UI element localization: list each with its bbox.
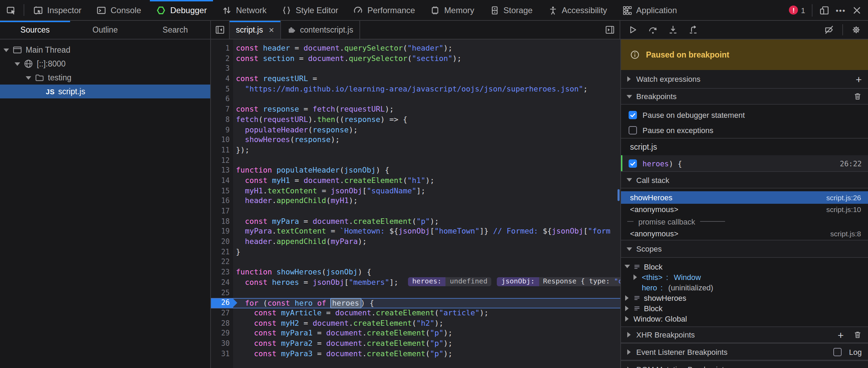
step-out-button[interactable] [688,24,699,35]
call-stack-frame[interactable]: <anonymous>script.js:8 [621,228,868,240]
line-number[interactable]: 8 [211,115,233,125]
step-over-button[interactable] [647,24,658,35]
breakpoint-item[interactable]: heroes) { 26:22 [621,155,868,171]
inline-preview-pill[interactable]: jsonObj:Response { type: "co [497,278,620,287]
line-number[interactable]: 26 [211,299,233,307]
code-line[interactable]: 20 header.appendChild(myPara); [211,237,620,247]
line-number[interactable]: 17 [211,207,233,217]
code-line[interactable]: 3 [211,64,620,74]
line-number[interactable]: 20 [211,237,233,247]
editor-scrollbar-thumb[interactable] [618,189,620,201]
resume-button[interactable] [627,24,638,35]
scope-row[interactable]: Window: Global [621,313,868,324]
call-stack-frame[interactable]: showHeroesscript.js:26 [621,191,868,203]
expand-panes-button[interactable] [605,21,620,39]
line-number[interactable]: 2 [211,54,233,64]
error-badge[interactable]: ! 1 [789,6,805,15]
line-number[interactable]: 15 [211,186,233,196]
code-line[interactable]: 11}); [211,146,620,156]
code-line[interactable]: 12 [211,156,620,166]
meatball-menu-icon[interactable]: ••• [836,6,846,14]
code-line[interactable]: 29 const myPara1 = document.createElemen… [211,329,620,339]
code-line[interactable]: 13function populateHeader(jsonObj) { [211,166,620,176]
sidebar-item-script-js[interactable]: JSscript.js [0,85,210,98]
line-number[interactable]: 24 [211,278,233,288]
paused-code-line[interactable]: 26 for (const hero of heroes) { [211,298,620,308]
debugger-settings-button[interactable] [851,24,862,35]
tab-memory[interactable]: Memory [423,0,482,20]
sidebar-tab-search[interactable]: Search [140,21,210,39]
event-listener-breakpoints-header[interactable]: Event Listener Breakpoints Log [621,343,868,360]
twisty-down-icon[interactable] [624,263,630,270]
breakpoint-checkbox[interactable] [629,159,637,167]
line-number[interactable]: 18 [211,217,233,227]
watch-expressions-header[interactable]: Watch expressions + [621,70,868,89]
checked-checkbox[interactable] [629,111,637,119]
twisty-down-icon[interactable] [14,61,20,67]
line-number[interactable]: 28 [211,318,233,328]
disable-breakpoints-button[interactable] [824,24,835,35]
close-devtools-icon[interactable] [852,5,862,15]
remove-xhr-breakpoints-button[interactable] [853,331,862,339]
collapse-sources-panel-button[interactable] [211,21,230,39]
code-line[interactable]: 30 const myPara2 = document.createElemen… [211,339,620,349]
line-number[interactable]: 1 [211,44,233,54]
line-number[interactable]: 21 [211,247,233,257]
code-line[interactable]: 4const requestURL = [211,74,620,84]
add-xhr-breakpoint-button[interactable]: + [837,330,844,340]
remove-all-breakpoints-button[interactable] [853,92,862,100]
twisty-right-icon[interactable] [632,274,638,280]
code-line[interactable]: 25 [211,288,620,298]
call-stack-header[interactable]: Call stack [621,171,868,189]
line-number[interactable]: 13 [211,166,233,176]
twisty-right-icon[interactable] [624,315,630,322]
code-line[interactable]: 16 header.appendChild(myH1); [211,196,620,207]
add-watch-expression-button[interactable]: + [856,74,862,84]
code-line[interactable]: 5 "https://mdn.github.io/learning-area/j… [211,85,620,95]
line-number[interactable]: 23 [211,268,233,278]
breakpoints-header[interactable]: Breakpoints [621,89,868,105]
line-number[interactable]: 4 [211,74,233,84]
line-number[interactable]: 30 [211,339,233,349]
inline-preview-pill[interactable]: heroes:undefined [408,278,492,287]
line-number[interactable]: 6 [211,95,233,105]
sidebar-item--8000[interactable]: [::]:8000 [0,57,210,71]
code-line[interactable]: 23function showHeroes(jsonObj) { [211,268,620,278]
line-number[interactable]: 5 [211,85,233,95]
code-line[interactable]: 31 const myPara3 = document.createElemen… [211,349,620,359]
code-line[interactable]: 14 const myH1 = document.createElement("… [211,176,620,186]
dom-mutation-breakpoints-header[interactable]: DOM Mutation Breakpoints [621,360,868,368]
call-stack-frame[interactable]: <anonymous>script.js:10 [621,203,868,216]
responsive-design-mode-icon[interactable] [820,5,829,15]
line-number[interactable]: 27 [211,308,233,318]
scope-row[interactable]: showHeroes [621,292,868,303]
line-number[interactable]: 29 [211,329,233,339]
code-line[interactable]: 9 populateHeader(response); [211,125,620,135]
tab-contentscript-js[interactable]: contentscript.js [281,21,360,39]
tab-network[interactable]: Network [214,0,274,20]
line-number[interactable]: 9 [211,125,233,135]
scope-row[interactable]: Block [621,261,868,272]
tab-inspector[interactable]: Inspector [26,0,89,20]
sidebar-item-main-thread[interactable]: Main Thread [0,43,210,57]
scope-row[interactable]: hero: (uninitialized) [621,282,868,292]
scopes-header[interactable]: Scopes [621,240,868,258]
code-line[interactable]: 19 myPara.textContent = `Hometown: ${jso… [211,227,620,237]
unchecked-checkbox[interactable] [629,126,637,134]
twisty-down-icon[interactable] [3,47,9,53]
code-line[interactable]: 17 [211,207,620,217]
tab-debugger[interactable]: Debugger [149,0,214,20]
line-number[interactable]: 16 [211,196,233,207]
code-line[interactable]: 8fetch(requestURL).then((response) => { [211,115,620,125]
line-number[interactable]: 14 [211,176,233,186]
code-line[interactable]: 6 [211,95,620,105]
tab-style-editor[interactable]: Style Editor [274,0,346,20]
line-number[interactable]: 12 [211,156,233,166]
line-number[interactable]: 22 [211,257,233,268]
tab-storage[interactable]: Storage [482,0,540,20]
code-line[interactable]: 28 const myH2 = document.createElement("… [211,318,620,328]
sidebar-item-testing[interactable]: testing [0,71,210,85]
code-line[interactable]: 24 const heroes = jsonObj["members"];her… [211,278,620,288]
twisty-down-icon[interactable] [25,75,31,81]
pick-element-button[interactable] [0,0,22,20]
